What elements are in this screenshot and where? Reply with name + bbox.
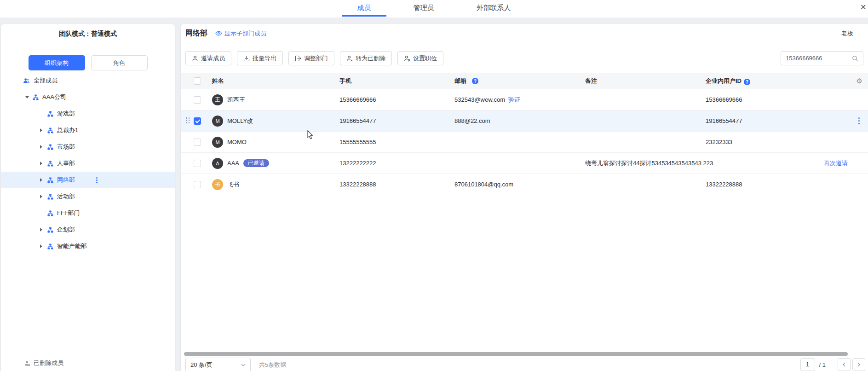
page-size-value: 20 条/页: [190, 361, 213, 369]
show-sub-members-link[interactable]: 显示子部门成员: [215, 29, 266, 38]
member-row[interactable]: 书 飞书 13322228888 8706101804@qq.com 13322…: [181, 174, 868, 195]
avatar: M: [212, 116, 223, 127]
org-tree: 全部成员 AAA公司 游戏部 总裁办1: [1, 72, 175, 255]
tree-item-label: 企划部: [57, 226, 75, 234]
corner-label: 老板: [841, 29, 853, 38]
tab-admins[interactable]: 管理员: [398, 0, 449, 17]
column-settings-gear-icon[interactable]: ⚙: [857, 77, 862, 85]
prev-page-button[interactable]: [838, 358, 851, 371]
verify-link[interactable]: 验证: [508, 96, 520, 104]
tree-item-all-members[interactable]: 全部成员: [1, 72, 175, 89]
tree-item-label: 游戏部: [57, 110, 75, 118]
row-checkbox[interactable]: [194, 96, 201, 104]
row-checkbox[interactable]: [194, 117, 201, 125]
tree-item-fff-dept[interactable]: FFF部门: [1, 205, 175, 221]
org-structure-button[interactable]: 组织架构: [29, 55, 85, 70]
set-position-button[interactable]: 设置职位: [397, 51, 443, 65]
team-management-window: 成员 管理员 外部联系人 ✕ 团队模式：普通模式 组织架构 角色 全部成员: [0, 0, 868, 371]
member-phone: 15366669666: [339, 96, 454, 103]
role-button[interactable]: 角色: [91, 55, 148, 70]
members-panel: 网络部 显示子部门成员 老板 邀请成员 批量导出: [181, 24, 868, 371]
tab-members[interactable]: 成员: [342, 0, 386, 17]
member-row[interactable]: M MOLLY改 19166554477 888@22.com 19166554…: [181, 110, 868, 132]
person-remove-icon: [346, 55, 353, 62]
page-size-select[interactable]: 20 条/页: [185, 358, 251, 371]
sidebar-mode-switch: 组织架构 角色: [1, 55, 175, 70]
select-all-checkbox[interactable]: [194, 77, 201, 85]
tree-item-events-dept[interactable]: 活动部: [1, 188, 175, 205]
member-email: 532543@wew.com: [454, 96, 505, 103]
tree-item-marketing-dept[interactable]: 市场部: [1, 139, 175, 155]
member-name: MOMO: [227, 139, 247, 145]
reinvite-link[interactable]: 再次邀请: [824, 159, 848, 168]
tree-item-label: 市场部: [57, 143, 75, 151]
member-row[interactable]: 王 凯西王 15366669666 532543@wew.com 验证 1536…: [181, 89, 868, 110]
caret-right-icon[interactable]: [40, 162, 44, 165]
deleted-members-item[interactable]: 已删除成员: [1, 356, 175, 370]
tree-item-game-dept[interactable]: 游戏部: [1, 105, 175, 122]
caret-right-icon[interactable]: [40, 228, 44, 232]
avatar: 书: [212, 179, 223, 190]
tree-item-label: FFF部门: [57, 209, 80, 217]
caret-down-icon[interactable]: [25, 96, 29, 99]
members-table-body: 王 凯西王 15366669666 532543@wew.com 验证 1536…: [181, 89, 868, 195]
help-icon[interactable]: ?: [744, 79, 750, 85]
batch-export-label: 批量导出: [253, 54, 276, 63]
member-row[interactable]: A AAA 已邀请 13222222222 绕弯儿翁探讨探讨44探讨534534…: [181, 153, 868, 174]
tree-item-aaa-company[interactable]: AAA公司: [1, 89, 175, 105]
tree-item-smart-capacity-dept[interactable]: 智能产能部: [1, 238, 175, 255]
close-icon[interactable]: ✕: [860, 3, 866, 12]
column-header-corp-id: 企业内用户ID?: [706, 77, 823, 86]
person-gear-icon: [404, 55, 410, 62]
invited-badge: 已邀请: [243, 159, 269, 167]
tree-item-label: 总裁办1: [57, 126, 78, 134]
invite-member-button[interactable]: 邀请成员: [185, 51, 231, 65]
member-name: 飞书: [227, 180, 239, 189]
row-checkbox[interactable]: [194, 181, 201, 188]
batch-export-button[interactable]: 批量导出: [237, 51, 283, 65]
department-header: 网络部 显示子部门成员 老板: [181, 24, 868, 43]
org-icon: [47, 111, 53, 117]
member-remark: 绕弯儿翁探讨探讨44探讨534534543543543 223: [585, 159, 706, 168]
horizontal-scrollbar[interactable]: [184, 352, 848, 356]
tree-item-network-dept[interactable]: 网络部: [1, 172, 175, 188]
tree-item-hr-dept[interactable]: 人事部: [1, 155, 175, 172]
org-icon: [47, 144, 53, 150]
row-checkbox[interactable]: [194, 139, 201, 146]
org-icon: [47, 194, 53, 200]
transfer-icon: [295, 55, 301, 62]
org-icon: [47, 210, 53, 216]
row-checkbox[interactable]: [194, 160, 201, 167]
tree-item-more-icon[interactable]: [96, 177, 98, 183]
member-phone: 13322228888: [339, 181, 454, 188]
row-more-icon[interactable]: [858, 117, 860, 125]
move-to-deleted-button[interactable]: 转为已删除: [340, 51, 392, 65]
caret-right-icon[interactable]: [40, 145, 44, 149]
member-name: MOLLY改: [227, 117, 253, 125]
org-icon: [47, 227, 53, 233]
avatar: M: [212, 137, 223, 148]
help-icon[interactable]: ?: [472, 78, 478, 84]
tree-item-ceo-office-1[interactable]: 总裁办1: [1, 122, 175, 139]
set-position-label: 设置职位: [413, 54, 437, 63]
deleted-members-label: 已删除成员: [34, 359, 63, 367]
caret-right-icon[interactable]: [40, 128, 44, 132]
search-input[interactable]: [786, 55, 852, 62]
org-icon: [47, 128, 53, 133]
next-page-button[interactable]: [852, 358, 865, 371]
member-row[interactable]: M MOMO 15555555555 23232333: [181, 132, 868, 153]
adjust-department-button[interactable]: 调整部门: [288, 51, 334, 65]
search-icon[interactable]: [852, 55, 858, 62]
tab-external-contacts[interactable]: 外部联系人: [461, 0, 526, 17]
caret-right-icon[interactable]: [40, 178, 44, 182]
caret-right-icon[interactable]: [40, 244, 44, 248]
member-corp-id: 15366669666: [706, 96, 823, 103]
drag-handle-icon[interactable]: [186, 117, 190, 123]
caret-right-icon[interactable]: [40, 195, 44, 198]
avatar: A: [212, 158, 223, 169]
tree-item-label: 全部成员: [34, 76, 57, 85]
person-add-icon: [192, 55, 198, 62]
tree-item-planning-dept[interactable]: 企划部: [1, 221, 175, 238]
member-phone: 15555555555: [339, 139, 454, 145]
page-number-input[interactable]: 1: [800, 358, 815, 371]
